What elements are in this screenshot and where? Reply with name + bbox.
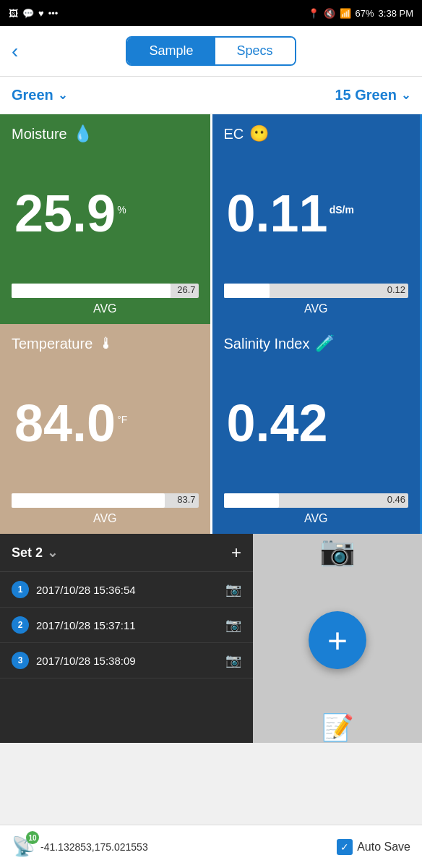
camera-icon-3[interactable]: 📷: [225, 652, 241, 668]
temperature-unit: °F: [117, 414, 127, 425]
list-item[interactable]: 2 2017/10/28 15:37:11 📷: [0, 608, 253, 643]
ec-value-container: 0.11dS/m: [224, 143, 409, 284]
edit-notes-icon[interactable]: 📝: [322, 712, 354, 743]
battery-text: 67%: [356, 8, 374, 19]
thermometer-icon: 🌡: [98, 334, 114, 353]
status-right: 📍 🔇 📶 67% 3:38 PM: [308, 8, 413, 19]
status-icons: 🖼 💬 ♥ •••: [9, 8, 58, 19]
list-item[interactable]: 1 2017/10/28 15:36:54 📷: [0, 572, 253, 608]
chevron-down-icon: ⌄: [58, 88, 67, 102]
moisture-title: Moisture 💧: [12, 124, 199, 143]
moisture-avg: 26.7 AVG: [12, 284, 199, 315]
salinity-value-container: 0.42: [224, 353, 409, 493]
time-display: 3:38 PM: [379, 8, 413, 19]
bottom-bar: 📡 10 -41.132853,175.021553 ✓ Auto Save: [0, 825, 422, 868]
image-icon: 🖼: [9, 8, 18, 19]
location-icon: 📍: [308, 8, 319, 19]
salinity-bar: 0.46: [224, 493, 409, 508]
gps-section: 📡 10 -41.132853,175.021553: [12, 835, 148, 858]
ec-cell: EC 😶 0.11dS/m 0.12 AVG: [210, 114, 421, 324]
tab-specs[interactable]: Specs: [215, 38, 295, 64]
temperature-cell: Temperature 🌡 84.0°F 83.7 AVG: [0, 324, 210, 534]
ec-unit: dS/m: [330, 204, 354, 216]
salinity-title: Salinity Index 🧪: [224, 334, 409, 353]
set-chevron-icon: ⌄: [47, 545, 58, 561]
camera-big-icon[interactable]: 📷: [319, 534, 356, 568]
set-add-button[interactable]: +: [231, 542, 241, 563]
header: ‹ Sample Specs: [0, 26, 422, 77]
water-drop-icon: 💧: [73, 124, 92, 143]
camera-icon-2[interactable]: 📷: [225, 617, 241, 633]
moisture-unit: %: [117, 204, 126, 216]
tab-sample[interactable]: Sample: [127, 38, 215, 64]
moisture-cell: Moisture 💧 25.9% 26.7 AVG: [0, 114, 210, 324]
item-time-3: 2017/10/28 15:38:09: [36, 655, 218, 667]
item-time-2: 2017/10/28 15:37:11: [36, 619, 218, 631]
set-header: Set 2 ⌄ +: [0, 534, 253, 572]
set-items-list: 1 2017/10/28 15:36:54 📷 2 2017/10/28 15:…: [0, 572, 253, 678]
status-bar: 🖼 💬 ♥ ••• 📍 🔇 📶 67% 3:38 PM: [0, 0, 422, 26]
item-number-2: 2: [12, 616, 29, 634]
15green-dropdown[interactable]: 15 Green ⌄: [335, 87, 410, 103]
gps-coordinates: -41.132853,175.021553: [40, 841, 148, 853]
ec-value: 0.11dS/m: [227, 187, 354, 239]
moisture-value-container: 25.9%: [12, 143, 199, 284]
set-title: Set 2 ⌄: [12, 545, 58, 561]
temperature-avg: 83.7 AVG: [12, 493, 199, 525]
auto-save-label: Auto Save: [357, 841, 410, 854]
gps-badge: 10: [26, 831, 39, 844]
temperature-value-container: 84.0°F: [12, 353, 199, 493]
mute-icon: 🔇: [324, 8, 335, 19]
ec-bar: 0.12: [224, 284, 409, 298]
salinity-cell: Salinity Index 🧪 0.42 0.46 AVG: [210, 324, 421, 534]
chevron-down-icon-2: ⌄: [401, 88, 410, 102]
right-panel: 📷 + 📝: [253, 534, 422, 743]
green-label: Green: [12, 87, 53, 103]
dots-icon: •••: [48, 8, 59, 19]
moisture-bar: 26.7: [12, 284, 199, 298]
item-number-3: 3: [12, 652, 29, 669]
green-dropdown[interactable]: Green ⌄: [12, 87, 67, 103]
list-item[interactable]: 3 2017/10/28 15:38:09 📷: [0, 643, 253, 678]
tab-group: Sample Specs: [126, 36, 296, 66]
salinity-value: 0.42: [227, 397, 328, 449]
auto-save-checkbox[interactable]: ✓: [337, 839, 353, 855]
metrics-grid: Moisture 💧 25.9% 26.7 AVG EC 😶 0.11dS/m: [0, 114, 422, 534]
add-big-button[interactable]: +: [309, 611, 366, 669]
auto-save-section: ✓ Auto Save: [337, 839, 410, 855]
temperature-title: Temperature 🌡: [12, 334, 199, 353]
moisture-value: 25.9%: [14, 187, 126, 239]
wifi-icon: 📶: [340, 8, 351, 19]
temperature-value: 84.0°F: [14, 397, 127, 449]
back-button[interactable]: ‹: [12, 40, 18, 63]
salinity-avg: 0.46 AVG: [224, 493, 409, 525]
ec-avg: 0.12 AVG: [224, 284, 409, 315]
salinity-icon: 🧪: [315, 334, 335, 353]
item-number-1: 1: [12, 581, 29, 598]
dropdowns-row: Green ⌄ 15 Green ⌄: [0, 77, 422, 114]
heart-icon: ♥: [38, 8, 44, 19]
ec-title: EC 😶: [224, 124, 409, 143]
gps-icon-wrap: 📡 10: [12, 835, 35, 858]
bottom-layout: Set 2 ⌄ + 1 2017/10/28 15:36:54 📷 2 2017…: [0, 534, 422, 680]
message-icon: 💬: [22, 8, 34, 19]
set-panel: Set 2 ⌄ + 1 2017/10/28 15:36:54 📷 2 2017…: [0, 534, 253, 743]
ec-icon: 😶: [249, 124, 269, 143]
temperature-bar: 83.7: [12, 493, 199, 508]
item-time-1: 2017/10/28 15:36:54: [36, 584, 218, 596]
camera-icon-1[interactable]: 📷: [225, 582, 241, 597]
15green-label: 15 Green: [335, 87, 397, 103]
